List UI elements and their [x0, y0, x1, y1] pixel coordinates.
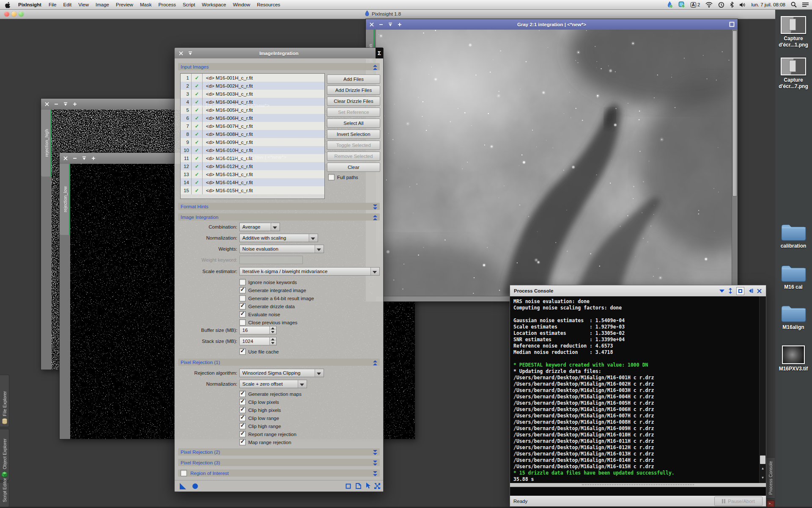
section-input-images[interactable]: Input Images: [178, 63, 380, 70]
weights-dropdown[interactable]: Noise evaluation: [239, 245, 324, 253]
maximize-icon[interactable]: [91, 156, 96, 160]
add-files-button[interactable]: Add Files: [327, 75, 380, 84]
clip-high-range-checkbox[interactable]: Clip high range: [239, 423, 281, 429]
shade-icon[interactable]: [63, 102, 68, 106]
file-row[interactable]: 5✓<d> M16-005H_c_r.fit: [181, 106, 324, 114]
app-window-titlebar[interactable]: PixInsight 1.8: [0, 9, 775, 19]
generate-rejection-maps-checkbox[interactable]: Generate rejection maps: [239, 391, 302, 397]
close-icon[interactable]: [45, 102, 49, 106]
file-row[interactable]: 2✓<d> M16-002H_c_r.fit: [181, 82, 324, 90]
generate-64bit-result-checkbox[interactable]: Generate a 64-bit result image: [239, 295, 314, 301]
combination-dropdown[interactable]: Average: [239, 223, 280, 231]
region-of-interest-checkbox[interactable]: [181, 470, 187, 476]
minimize-icon[interactable]: [54, 102, 58, 106]
file-row[interactable]: 9✓<d> M16-009H_c_r.fit: [181, 138, 324, 146]
sidebar-tab-process-console[interactable]: Process Console: [766, 457, 775, 499]
desktop-icon-capture7[interactable]: Captured'écr...7.png: [776, 58, 811, 90]
select-all-button[interactable]: Select All: [327, 119, 380, 128]
integration-titlebar[interactable]: Gray 2:1 integration | <*new*>: [366, 19, 738, 30]
console-output[interactable]: MRS noise evaluation: doneComputing nois…: [510, 296, 766, 483]
sidebar-tab-script-editor[interactable]: Script Editor: [0, 482, 9, 507]
normalization-dropdown[interactable]: Additive with scaling: [239, 234, 318, 242]
file-row[interactable]: 12✓<d> M16-012H_c_r.fit: [181, 162, 324, 170]
menu-pixinsight[interactable]: PixInsight: [14, 2, 45, 7]
clip-low-range-checkbox[interactable]: Clip low range: [239, 415, 279, 421]
file-row[interactable]: 6✓<d> M16-006H_c_r.fit: [181, 114, 324, 122]
file-row[interactable]: 3✓<d> M16-003H_c_r.fit: [181, 90, 324, 98]
process-console-window[interactable]: Process Console MRS noise evaluation: do…: [510, 285, 766, 507]
clear-drizzle-files-button[interactable]: Clear Drizzle Files: [327, 97, 380, 106]
scroll-up-icon[interactable]: ▲: [760, 465, 766, 472]
menu-clock[interactable]: lun. 7 juil. 08:08: [751, 2, 785, 7]
dialog-titlebar[interactable]: ImageIntegration: [175, 48, 383, 59]
section-image-integration[interactable]: Image Integration: [178, 213, 380, 221]
section-region-of-interest[interactable]: Region of Interest: [178, 469, 380, 477]
process-console-icon[interactable]: >_: [767, 500, 774, 507]
evaluate-noise-checkbox[interactable]: Evaluate noise: [239, 311, 280, 318]
sidebar-tab-file-explorer[interactable]: File Explorer: [0, 375, 9, 427]
shade-icon[interactable]: [188, 51, 192, 55]
apply-global-icon[interactable]: [192, 483, 198, 489]
menu-edit[interactable]: Edit: [60, 2, 75, 7]
shade-icon[interactable]: [82, 156, 86, 160]
map-range-rejection-checkbox[interactable]: Map range rejection: [239, 439, 291, 445]
console-scrollbar[interactable]: ▲ ▼: [759, 296, 766, 483]
select-cursor-icon[interactable]: [366, 483, 371, 489]
console-splitter-handle[interactable]: [510, 483, 766, 487]
report-range-rejection-checkbox[interactable]: Report range rejection: [239, 431, 296, 437]
spotlight-icon[interactable]: [791, 2, 797, 8]
shade-icon[interactable]: [388, 22, 392, 27]
toggle-selected-button[interactable]: Toggle Selected: [327, 141, 380, 150]
clip-high-pixels-checkbox[interactable]: Clip high pixels: [239, 407, 281, 413]
minimize-icon[interactable]: [379, 22, 383, 27]
menu-process[interactable]: Process: [155, 2, 179, 7]
apple-menu[interactable]: [0, 2, 14, 8]
close-previous-images-checkbox[interactable]: Close previous images: [239, 319, 297, 326]
stack-size-stepper[interactable]: 1024: [239, 337, 277, 345]
maximize-icon[interactable]: [73, 102, 77, 106]
browse-documentation-icon[interactable]: [356, 483, 361, 489]
vertical-scrollbar[interactable]: [732, 30, 738, 296]
menu-view[interactable]: View: [75, 2, 92, 7]
wifi-icon[interactable]: [705, 2, 713, 8]
menu-file[interactable]: File: [45, 2, 60, 7]
menu-preview[interactable]: Preview: [112, 2, 137, 7]
full-paths-checkbox[interactable]: Full paths: [328, 174, 358, 180]
desktop-icon-capture1[interactable]: Captured'écr...1.png: [776, 16, 811, 48]
rejection-low-tab[interactable]: rejection_low: [60, 164, 70, 235]
close-window-button[interactable]: [4, 11, 9, 17]
clear-button[interactable]: Clear: [327, 163, 380, 172]
imageintegration-dialog[interactable]: ImageIntegration Σ Input Images 1✓<d> M1…: [174, 47, 384, 492]
time-machine-icon[interactable]: [718, 2, 724, 8]
close-icon[interactable]: [179, 51, 183, 55]
input-file-list[interactable]: 1✓<d> M16-001H_c_r.fit2✓<d> M16-002H_c_r…: [180, 73, 325, 199]
menu-mask[interactable]: Mask: [137, 2, 155, 7]
set-reference-button[interactable]: Set Reference: [327, 108, 380, 117]
invert-selection-button[interactable]: Invert Selection: [327, 130, 380, 139]
minimize-window-button[interactable]: [11, 11, 16, 17]
process-sigma-icon[interactable]: Σ: [376, 48, 383, 58]
rejection-high-tab[interactable]: rejection_high: [41, 110, 52, 177]
file-row[interactable]: 10✓<d> M16-010H_c_r.fit: [181, 146, 324, 154]
dock-left-icon[interactable]: [748, 288, 753, 293]
ignore-noise-keywords-checkbox[interactable]: Ignore noise keywords: [239, 279, 297, 285]
rejection-normalization-dropdown[interactable]: Scale + zero offset: [239, 380, 307, 388]
section-pixel-rejection-2[interactable]: Pixel Rejection (2): [178, 448, 380, 456]
resize-vertical-icon[interactable]: [728, 288, 732, 294]
desktop-icon-m16align[interactable]: M16align: [776, 303, 811, 331]
file-row[interactable]: 8✓<d> M16-008H_c_r.fit: [181, 130, 324, 138]
add-drizzle-files-button[interactable]: Add Drizzle Files: [327, 86, 380, 95]
file-row[interactable]: 11✓<d> M16-011H_c_r.fit: [181, 154, 324, 162]
buffer-size-stepper[interactable]: 16: [239, 326, 277, 334]
dropbox-icon[interactable]: [667, 1, 673, 8]
process-console-titlebar[interactable]: Process Console: [510, 285, 766, 297]
menu-script[interactable]: Script: [179, 2, 198, 7]
new-instance-icon[interactable]: [180, 483, 186, 489]
file-row[interactable]: 14✓<d> M16-014H_c_r.fit: [181, 178, 324, 186]
section-pixel-rejection-1[interactable]: Pixel Rejection (1): [178, 359, 380, 366]
minimize-icon[interactable]: [73, 156, 77, 160]
integration-window[interactable]: Gray 2:1 integration | <*new*> integrati…: [365, 19, 738, 302]
generate-integrated-image-checkbox[interactable]: Generate integrated image: [239, 287, 306, 293]
bluetooth-icon[interactable]: [730, 2, 734, 8]
scrollbar-thumb[interactable]: [732, 30, 737, 196]
